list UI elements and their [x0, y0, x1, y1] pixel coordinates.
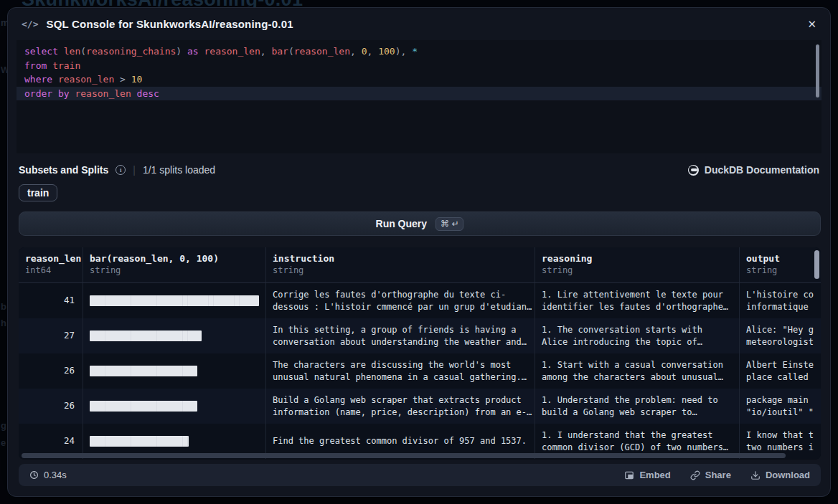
cell-reason-len: 26 [19, 389, 83, 424]
results-footer: 0.34s Embed Share Download [19, 464, 821, 486]
embed-button[interactable]: Embed [624, 470, 670, 480]
code-line: from train [17, 59, 821, 73]
query-duration-value: 0.34s [44, 470, 67, 480]
table-vertical-scrollbar-thumb[interactable] [814, 250, 819, 279]
column-name: reason_len [25, 253, 76, 264]
code-icon: </> [22, 19, 38, 29]
cell-instruction: Corrige les fautes d'orthographe du text… [266, 283, 535, 318]
cell-reasoning: 1. Start with a casual conversation amon… [535, 353, 740, 389]
cell-bar [83, 389, 266, 424]
splits-loaded-status: 1/1 splits loaded [143, 164, 215, 176]
cell-output: Albert Einste place called [740, 353, 821, 389]
clock-icon [29, 470, 39, 480]
share-button[interactable]: Share [690, 470, 731, 480]
close-icon[interactable]: ✕ [807, 19, 816, 29]
cell-reason-len: 26 [19, 353, 83, 389]
column-name: output [746, 253, 817, 264]
modal-title: SQL Console for SkunkworksAI/reasoning-0… [46, 18, 293, 30]
table-row: 27In this setting, a group of friends is… [19, 318, 821, 353]
duckdb-documentation-label: DuckDB Documentation [705, 164, 819, 176]
column-type: int64 [25, 265, 76, 275]
cell-reasoning: 1. Understand the problem: need to build… [535, 389, 740, 424]
cell-output: L'histoire co informatique [740, 283, 821, 318]
column-name: reasoning [542, 253, 733, 264]
subsets-heading: Subsets and Splits [19, 164, 108, 176]
download-button[interactable]: Download [750, 470, 810, 480]
bar-visualization [90, 331, 202, 341]
backdrop-fragment: e [1, 437, 6, 448]
editor-scrollbar[interactable] [816, 44, 819, 149]
table-row: 41Corrige les fautes d'orthographe du te… [19, 283, 821, 318]
bar-visualization [90, 401, 197, 412]
run-query-button[interactable]: Run Query ⌘ ↵ [19, 211, 821, 236]
info-icon[interactable]: i [116, 165, 126, 175]
cell-reason-len: 41 [19, 283, 83, 318]
backdrop-fragment: b [1, 301, 6, 312]
table-horizontal-scrollbar[interactable] [22, 453, 809, 458]
column-type: string [542, 265, 733, 275]
sql-editor[interactable]: select len(reasoning_chains) as reason_l… [17, 40, 821, 153]
split-pill-train[interactable]: train [19, 184, 57, 201]
column-type: string [746, 265, 817, 275]
table-row: 26The characters are discussing the worl… [19, 353, 821, 389]
cell-bar [83, 353, 266, 389]
column-type: string [90, 265, 259, 275]
cell-reason-len: 27 [19, 318, 83, 353]
cell-bar [83, 283, 266, 318]
column-header-output: outputstring [740, 247, 821, 282]
column-header-reasoning: reasoningstring [535, 247, 740, 282]
cell-instruction: In this setting, a group of friends is h… [266, 318, 535, 353]
cell-reasoning: 1. The conversation starts with Alice in… [535, 318, 740, 353]
table-row: 26Build a Golang web scraper that extrac… [19, 389, 821, 424]
table-vertical-scrollbar[interactable] [814, 250, 819, 455]
cell-reasoning: 1. Lire attentivement le texte pour iden… [535, 283, 740, 318]
sql-console-modal: </> SQL Console for SkunkworksAI/reasoni… [7, 7, 831, 497]
query-duration: 0.34s [29, 470, 67, 480]
code-line: where reason_len > 10 [17, 72, 821, 87]
cell-output: package main "io/ioutil" " [740, 389, 821, 424]
table-horizontal-scrollbar-thumb[interactable] [22, 453, 786, 458]
bar-visualization [90, 436, 189, 447]
duckdb-logo-icon [688, 165, 699, 176]
share-link-icon [690, 470, 700, 480]
subsets-row: Subsets and Splits i | 1/1 splits loaded… [19, 164, 819, 176]
share-label: Share [705, 470, 731, 480]
embed-label: Embed [639, 470, 670, 480]
column-name: bar(reason_len, 0, 100) [90, 253, 259, 264]
download-icon [750, 470, 761, 480]
bar-visualization [90, 366, 197, 376]
column-header-reason_len: reason_lenint64 [19, 247, 83, 282]
results-table: reason_lenint64bar(reason_len, 0, 100)st… [19, 247, 821, 460]
footer-actions: Embed Share Download [624, 470, 810, 480]
code-line: select len(reasoning_chains) as reason_l… [17, 44, 821, 59]
duckdb-documentation-link[interactable]: DuckDB Documentation [688, 164, 819, 176]
cell-bar [83, 318, 266, 353]
code-line: order by reason_len desc [17, 87, 821, 101]
column-name: instruction [273, 253, 528, 264]
editor-scrollbar-thumb[interactable] [816, 44, 819, 98]
backdrop-fragment: h [1, 318, 6, 328]
modal-header: </> SQL Console for SkunkworksAI/reasoni… [8, 8, 830, 40]
bar-visualization [90, 295, 259, 306]
column-header-instruction: instructionstring [266, 247, 535, 282]
table-header-row: reason_lenint64bar(reason_len, 0, 100)st… [19, 247, 821, 283]
keyboard-shortcut-badge: ⌘ ↵ [436, 217, 463, 231]
column-header-barreason_len0100: bar(reason_len, 0, 100)string [83, 247, 266, 282]
sql-editor-lines: select len(reasoning_chains) as reason_l… [17, 44, 821, 100]
cell-instruction: The characters are discussing the world'… [266, 353, 535, 389]
cell-instruction: Build a Golang web scraper that extracts… [266, 389, 535, 424]
table-body: 41Corrige les fautes d'orthographe du te… [19, 283, 821, 459]
embed-icon [624, 470, 634, 480]
cell-output: Alice: "Hey g meteorologist [740, 318, 821, 353]
run-query-label: Run Query [376, 218, 428, 229]
backdrop-fragment: g [1, 420, 6, 431]
column-type: string [273, 265, 528, 275]
divider: | [133, 164, 136, 176]
download-label: Download [766, 470, 810, 480]
